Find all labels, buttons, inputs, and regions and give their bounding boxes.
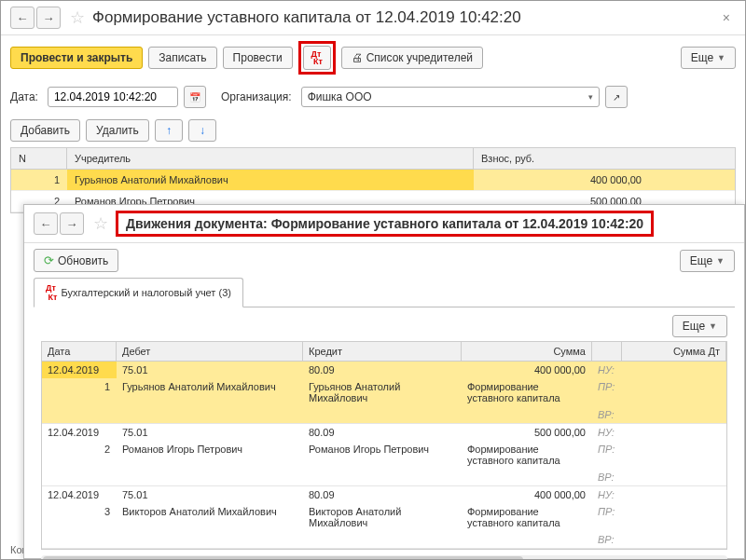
cell-amount: 400 000,00 [474,170,735,190]
stub-nu: НУ: [592,486,622,503]
more-button[interactable]: Еще ▼ [680,250,735,272]
refresh-button[interactable]: ⟳ Обновить [34,249,118,272]
founders-label: Список учредителей [366,51,473,64]
open-icon: ↗ [613,92,620,102]
chevron-down-icon: ▼ [709,321,717,331]
close-icon[interactable]: × [717,10,736,25]
founders-list-button[interactable]: 🖨 Список учредителей [341,47,483,69]
grid-row[interactable]: 1 Гурьянов Анатолий Михайлович 400 000,0… [11,170,735,191]
cell-founder: Гурьянов Анатолий Михайлович [67,170,474,190]
cell-date: 12.04.2019 [42,486,117,503]
col-stub [592,342,622,361]
favorite-icon[interactable]: ☆ [70,7,85,28]
org-select[interactable]: Фишка ООО ▾ [301,87,600,107]
chevron-down-icon: ▾ [588,92,593,102]
movement-row[interactable]: 12.04.2019 75.01 80.09 400 000,00 НУ: 1 … [42,362,726,424]
col-founder[interactable]: Учредитель [67,148,474,169]
movements-header: Дата Дебет Кредит Сумма Сумма Дт [42,342,726,362]
scroll-thumb[interactable] [43,556,523,560]
cell-credit-name: Гурьянов Анатолий Михайлович [303,378,462,406]
date-label: Дата: [10,90,38,103]
more-label: Еще [683,320,705,333]
calendar-button[interactable]: 📅 [184,86,206,108]
chevron-down-icon: ▼ [717,53,725,62]
refresh-icon: ⟳ [44,253,54,267]
tab-accounting[interactable]: Дт Кт Бухгалтерский и налоговый учет (3) [34,278,243,307]
cell-date: 12.04.2019 [42,362,117,378]
cell-n: 2 [42,441,117,469]
movement-row[interactable]: 12.04.2019 75.01 80.09 500 000,00 НУ: 2 … [42,424,726,486]
stub-pr: ПР: [592,441,622,469]
nav-fwd-button[interactable]: → [36,7,61,29]
cell-sum: 500 000,00 [462,424,592,441]
movement-row[interactable]: 12.04.2019 75.01 80.09 400 000,00 НУ: 3 … [42,486,726,549]
cell-debit-name: Викторов Анатолий Михайлович [117,503,303,531]
org-label: Организация: [221,90,292,103]
stub-vr: ВР: [592,469,622,485]
nav-back-button[interactable]: ← [34,212,58,235]
stub-nu: НУ: [592,424,622,441]
cell-credit-name: Романов Игорь Петрович [303,441,462,469]
cell-credit-acc: 80.09 [303,486,462,503]
stub-nu: НУ: [592,362,622,378]
cell-debit-acc: 75.01 [117,424,303,441]
cell-desc: Формирование уставного капитала [462,378,592,406]
cell-debit-acc: 75.01 [117,362,303,378]
cell-n: 1 [42,378,117,406]
grid-header: N Учредитель Взнос, руб. [11,148,735,170]
favorite-icon[interactable]: ☆ [93,213,108,234]
cell-n: 1 [11,170,67,190]
org-value: Фишка ООО [308,90,372,103]
stub-vr: ВР: [592,531,622,548]
org-open-button[interactable]: ↗ [605,86,628,108]
delete-row-button[interactable]: Удалить [86,119,149,142]
tab-label: Бухгалтерский и налоговый учет (3) [61,287,231,298]
cell-credit-acc: 80.09 [303,362,462,378]
cell-debit-name: Романов Игорь Петрович [117,441,303,469]
cell-desc: Формирование уставного капитала [462,441,592,469]
arrow-up-icon: ↑ [166,124,172,137]
cell-debit-name: Гурьянов Анатолий Михайлович [117,378,303,406]
move-down-button[interactable]: ↓ [188,119,216,142]
move-up-button[interactable]: ↑ [155,119,183,142]
post-button[interactable]: Провести [223,47,293,69]
col-n[interactable]: N [11,148,67,169]
refresh-label: Обновить [58,254,108,267]
print-icon: 🖨 [352,51,363,64]
cell-sum: 400 000,00 [462,486,592,503]
dtkt-highlight: Дт Кт [298,41,336,75]
movements-title: Движения документа: Формирование уставно… [116,211,654,237]
more-label: Еще [690,254,712,267]
nav-fwd-button[interactable]: → [60,212,84,235]
cell-desc: Формирование уставного капитала [462,503,592,531]
horizontal-scrollbar[interactable] [41,555,727,560]
add-row-button[interactable]: Добавить [10,119,80,142]
cell-credit-name: Викторов Анатолий Михайлович [303,503,462,531]
post-and-close-button[interactable]: Провести и закрыть [10,47,143,69]
calendar-icon: 📅 [189,92,200,102]
stub-pr: ПР: [592,503,622,531]
stub-pr: ПР: [592,378,622,406]
col-amount[interactable]: Взнос, руб. [474,148,735,169]
col-date[interactable]: Дата [42,342,117,361]
movements-window: ← → ☆ Движения документа: Формирование у… [23,204,745,559]
col-sum[interactable]: Сумма [462,342,592,361]
dtkt-button[interactable]: Дт Кт [303,46,331,70]
cell-debit-acc: 75.01 [117,486,303,503]
date-input[interactable] [48,87,178,107]
window-title: Формирование уставного капитала от 12.04… [92,8,717,27]
cell-date: 12.04.2019 [42,424,117,441]
grid-more-button[interactable]: Еще ▼ [672,315,727,337]
write-button[interactable]: Записать [148,47,216,69]
col-credit[interactable]: Кредит [303,342,462,361]
dtkt-icon: Дт Кт [46,283,57,302]
chevron-down-icon: ▼ [716,256,725,266]
arrow-down-icon: ↓ [200,124,205,137]
nav-back-button[interactable]: ← [10,7,35,29]
col-sumdt[interactable]: Сумма Дт [622,342,726,361]
cell-sum: 400 000,00 [462,362,592,378]
more-label: Еще [691,51,713,64]
stub-vr: ВР: [592,406,622,423]
col-debit[interactable]: Дебет [117,342,303,361]
more-button[interactable]: Еще ▼ [681,47,736,69]
